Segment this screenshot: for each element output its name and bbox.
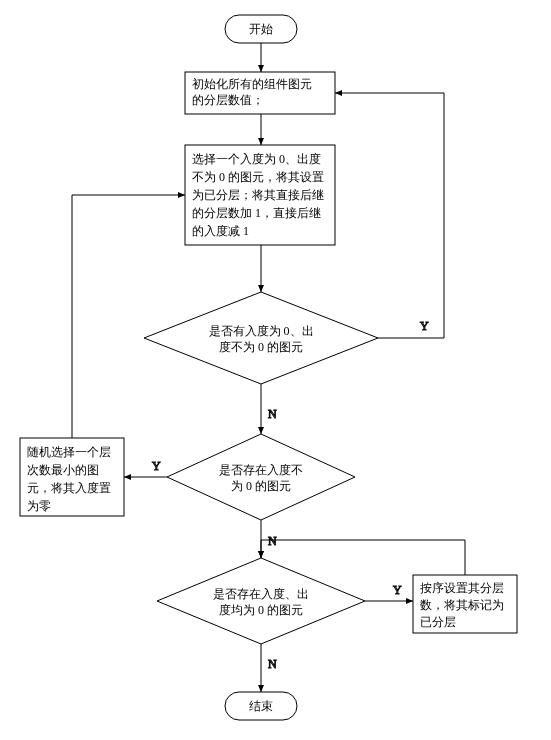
svg-text:度均为 0 的图元: 度均为 0 的图元 bbox=[219, 603, 303, 617]
process-random-select: 随机选择一个层 次数最小的图 元，将其入度置 为零 bbox=[20, 438, 124, 516]
decision-indegree-zero: 是否有入度为 0、出 度不为 0 的图元 bbox=[144, 292, 378, 384]
svg-text:为 0 的图元: 为 0 的图元 bbox=[231, 479, 291, 493]
svg-text:是否有入度为 0、出: 是否有入度为 0、出 bbox=[209, 324, 314, 338]
svg-text:的分层数加 1，直接后继: 的分层数加 1，直接后继 bbox=[192, 206, 321, 220]
svg-text:是否存在入度不: 是否存在入度不 bbox=[219, 463, 303, 477]
process-select: 选择一个入度为 0、出度 不为 0 的图元，将其设置 为已分层；将其直接后继 的… bbox=[185, 145, 335, 245]
end-node: 结束 bbox=[225, 692, 297, 720]
svg-text:元，将其入度置: 元，将其入度置 bbox=[27, 481, 111, 495]
svg-text:初始化所有的组件图元: 初始化所有的组件图元 bbox=[192, 77, 312, 91]
start-node: 开始 bbox=[225, 15, 297, 43]
svg-text:数，将其标记为: 数，将其标记为 bbox=[420, 598, 504, 612]
svg-text:Y: Y bbox=[393, 583, 402, 597]
svg-text:N: N bbox=[268, 407, 277, 421]
svg-text:N: N bbox=[268, 657, 277, 671]
svg-text:随机选择一个层: 随机选择一个层 bbox=[27, 445, 111, 459]
svg-text:选择一个入度为 0、出度: 选择一个入度为 0、出度 bbox=[192, 152, 321, 166]
svg-text:的入度减 1: 的入度减 1 bbox=[192, 224, 249, 238]
svg-text:开始: 开始 bbox=[249, 22, 273, 36]
svg-text:按序设置其分层: 按序设置其分层 bbox=[420, 581, 504, 595]
decision-isolated: 是否存在入度、出 度均为 0 的图元 bbox=[157, 558, 365, 644]
process-set-layer: 按序设置其分层 数，将其标记为 已分层 bbox=[413, 575, 517, 633]
svg-text:的分层数值；: 的分层数值； bbox=[192, 93, 264, 107]
svg-text:N: N bbox=[268, 534, 277, 548]
svg-text:为零: 为零 bbox=[27, 499, 51, 513]
svg-text:已分层: 已分层 bbox=[420, 615, 456, 629]
svg-text:不为 0 的图元，将其设置: 不为 0 的图元，将其设置 bbox=[192, 170, 324, 184]
init-process: 初始化所有的组件图元 的分层数值； bbox=[185, 72, 335, 114]
svg-text:度不为 0 的图元: 度不为 0 的图元 bbox=[219, 340, 303, 354]
svg-text:Y: Y bbox=[152, 459, 161, 473]
flowchart-diagram: 开始 初始化所有的组件图元 的分层数值； 选择一个入度为 0、出度 不为 0 的… bbox=[0, 0, 551, 740]
svg-text:结束: 结束 bbox=[249, 699, 273, 713]
svg-text:是否存在入度、出: 是否存在入度、出 bbox=[213, 587, 309, 601]
svg-text:为已分层；将其直接后继: 为已分层；将其直接后继 bbox=[192, 188, 324, 202]
svg-text:次数最小的图: 次数最小的图 bbox=[27, 463, 99, 477]
svg-text:Y: Y bbox=[420, 319, 429, 333]
decision-has-indegree: 是否存在入度不 为 0 的图元 bbox=[167, 434, 355, 520]
